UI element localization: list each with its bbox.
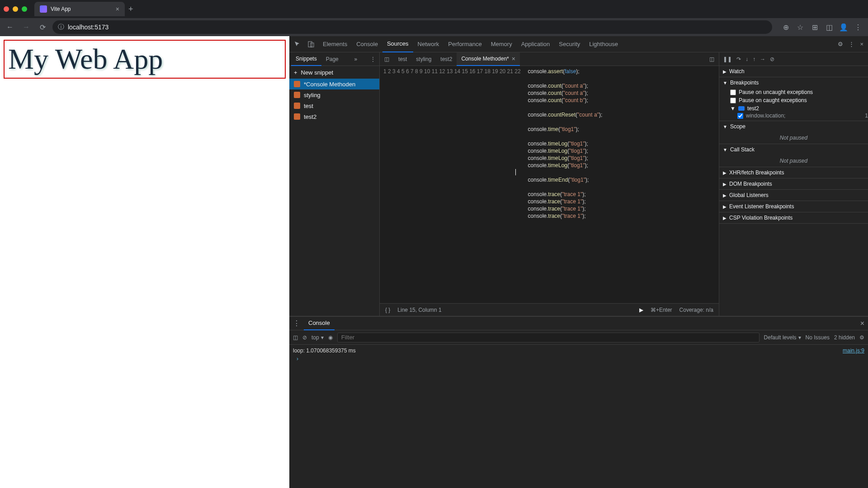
reload-button[interactable]: ⟳	[36, 21, 49, 33]
snippet-name: test	[304, 103, 313, 109]
snippet-item[interactable]: styling	[289, 89, 379, 100]
zoom-icon[interactable]: ⊕	[779, 21, 792, 33]
page-heading: My Web App	[4, 40, 286, 79]
browser-chrome: Vite App × + ← → ⟳ ⓘ localhost:5173 ⊕ ☆ …	[0, 0, 868, 36]
pause-uncaught-checkbox[interactable]	[730, 89, 736, 95]
browser-tab[interactable]: Vite App ×	[34, 2, 125, 16]
settings-icon[interactable]: ⚙	[835, 36, 846, 52]
line-gutter[interactable]: 1 2 3 4 5 6 7 8 9 10 11 12 13 14 15 16 1…	[380, 66, 524, 303]
site-info-icon[interactable]: ⓘ	[58, 23, 64, 31]
back-button[interactable]: ←	[4, 21, 16, 33]
close-window-button[interactable]	[4, 6, 9, 12]
devtools-tab-memory[interactable]: Memory	[486, 36, 517, 52]
new-snippet-button[interactable]: + New snippet	[289, 66, 379, 79]
menu-icon[interactable]: ⋮	[852, 21, 864, 33]
main-area: My Web App ElementsConsoleSourcesNetwork…	[0, 36, 868, 488]
extensions-icon[interactable]: ⊞	[808, 21, 821, 33]
sidebar-toggle-icon[interactable]: ◫	[293, 334, 298, 341]
text-cursor	[515, 169, 516, 175]
sidebar-menu-icon[interactable]: ⋮	[368, 52, 377, 66]
clear-console-button[interactable]: ⊘	[302, 334, 307, 341]
breakpoints-section-header[interactable]: ▼Breakpoints	[719, 77, 868, 88]
format-icon[interactable]: { }	[385, 307, 390, 313]
console-drawer-tab[interactable]: Console	[304, 317, 335, 330]
console-prompt[interactable]: ›	[293, 355, 864, 363]
side-panel-icon[interactable]: ◫	[823, 21, 835, 33]
devtools-tabs: ElementsConsoleSourcesNetworkPerformance…	[289, 36, 868, 52]
minimize-window-button[interactable]	[13, 6, 18, 12]
log-source-link[interactable]: main.js:9	[843, 347, 864, 354]
bookmark-icon[interactable]: ☆	[794, 21, 807, 33]
snippet-item[interactable]: test	[289, 100, 379, 111]
toggle-navigator-icon[interactable]: ◫	[382, 52, 392, 66]
log-levels-selector[interactable]: Default levels▾	[764, 334, 801, 341]
scope-section-header[interactable]: ▼Scope	[719, 121, 868, 132]
breakpoint-item[interactable]: window.location;1	[730, 112, 868, 120]
maximize-window-button[interactable]	[22, 6, 27, 12]
step-button[interactable]: →	[760, 56, 765, 62]
watch-section-header[interactable]: ▶Watch	[719, 66, 868, 77]
live-expression-icon[interactable]: ◉	[328, 334, 333, 341]
sidebar-more-icon[interactable]: »	[353, 52, 359, 66]
plus-icon: +	[294, 69, 297, 76]
devtools-tab-performance[interactable]: Performance	[443, 36, 486, 52]
url-bar[interactable]: ⓘ localhost:5173	[52, 20, 772, 34]
svg-rect-0	[308, 42, 312, 47]
inspect-icon[interactable]	[291, 36, 304, 52]
more-icon[interactable]: ⋮	[846, 36, 857, 52]
step-over-button[interactable]: ↷	[736, 56, 741, 62]
issues-link[interactable]: No Issues	[806, 334, 830, 341]
hidden-count[interactable]: 2 hidden	[834, 334, 855, 341]
devtools-tab-application[interactable]: Application	[517, 36, 555, 52]
xhr-breakpoints-header[interactable]: ▶XHR/fetch Breakpoints	[719, 167, 868, 178]
step-into-button[interactable]: ↓	[745, 56, 748, 62]
global-listeners-header[interactable]: ▶Global Listeners	[719, 190, 868, 201]
editor-tab[interactable]: test2	[436, 52, 457, 66]
debug-toolbar: ❚❚ ↷ ↓ ↑ → ⊘	[719, 52, 868, 66]
editor-tab[interactable]: test	[394, 52, 411, 66]
event-listener-breakpoints-header[interactable]: ▶Event Listener Breakpoints	[719, 201, 868, 212]
run-snippet-button[interactable]: ▶	[639, 307, 643, 313]
pause-uncaught-checkbox-row[interactable]: Pause on uncaught exceptions	[719, 88, 868, 96]
console-output[interactable]: loop: 1.070068359375 ms main.js:9 ›	[289, 345, 868, 488]
devtools-tab-security[interactable]: Security	[554, 36, 585, 52]
editor-tab[interactable]: Console Methoden*×	[457, 52, 520, 66]
console-settings-icon[interactable]: ⚙	[859, 334, 864, 341]
deactivate-breakpoints-button[interactable]: ⊘	[770, 56, 774, 62]
close-drawer-button[interactable]: ×	[860, 319, 864, 328]
pause-button[interactable]: ❚❚	[723, 56, 732, 62]
code-content[interactable]: console.assert(false); console.count("co…	[524, 66, 719, 303]
devtools-tab-console[interactable]: Console	[352, 36, 382, 52]
code-editor[interactable]: 1 2 3 4 5 6 7 8 9 10 11 12 13 14 15 16 1…	[380, 66, 719, 303]
snippet-item[interactable]: *Console Methoden	[289, 79, 379, 89]
profile-icon[interactable]: 👤	[837, 21, 850, 33]
devtools-tab-network[interactable]: Network	[413, 36, 444, 52]
step-out-button[interactable]: ↑	[753, 56, 755, 62]
sidebar-tab-page[interactable]: Page	[321, 52, 343, 66]
close-devtools-icon[interactable]: ×	[857, 36, 866, 52]
cursor-position: Line 15, Column 1	[397, 307, 441, 313]
editor-tab[interactable]: styling	[411, 52, 436, 66]
sidebar-tab-snippets[interactable]: Snippets	[291, 52, 321, 66]
call-stack-section-header[interactable]: ▼Call Stack	[719, 144, 868, 155]
new-tab-button[interactable]: +	[128, 5, 133, 14]
csp-breakpoints-header[interactable]: ▶CSP Violation Breakpoints	[719, 212, 868, 223]
console-filter-input[interactable]	[337, 333, 760, 343]
pause-caught-checkbox[interactable]	[730, 98, 736, 103]
devtools-tab-lighthouse[interactable]: Lighthouse	[585, 36, 623, 52]
pause-caught-checkbox-row[interactable]: Pause on caught exceptions	[719, 96, 868, 104]
call-stack-not-paused: Not paused	[719, 155, 868, 167]
close-tab-button[interactable]: ×	[116, 5, 119, 13]
forward-button[interactable]: →	[20, 21, 33, 33]
devtools-tab-elements[interactable]: Elements	[318, 36, 352, 52]
devtools-tab-sources[interactable]: Sources	[382, 36, 413, 52]
snippet-item[interactable]: test2	[289, 111, 379, 122]
drawer-menu-icon[interactable]: ⋮	[293, 319, 300, 328]
close-editor-tab-icon[interactable]: ×	[512, 55, 515, 62]
breakpoint-checkbox[interactable]	[737, 113, 743, 119]
device-toggle-icon[interactable]	[305, 36, 317, 52]
more-tabs-icon[interactable]: ◫	[707, 52, 717, 66]
breakpoint-file[interactable]: ▼test2	[730, 105, 868, 112]
console-context-selector[interactable]: top▾	[311, 334, 324, 341]
dom-breakpoints-header[interactable]: ▶DOM Breakpoints	[719, 178, 868, 189]
